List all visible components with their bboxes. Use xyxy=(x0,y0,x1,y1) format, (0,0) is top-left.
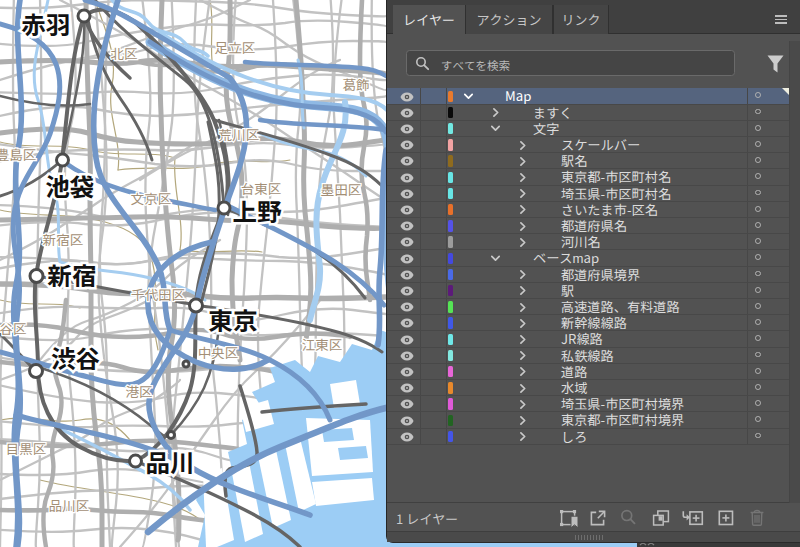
svg-text:港区: 港区 xyxy=(126,381,153,401)
svg-text:北区: 北区 xyxy=(111,43,138,63)
svg-text:目黒区: 目黒区 xyxy=(6,438,47,458)
svg-text:赤羽: 赤羽 xyxy=(22,6,71,41)
svg-text:新宿区: 新宿区 xyxy=(43,229,84,249)
svg-text:墨田区: 墨田区 xyxy=(321,179,362,199)
svg-text:東京: 東京 xyxy=(209,302,258,337)
svg-text:千代田区: 千代田区 xyxy=(131,284,185,304)
svg-text:荒川区: 荒川区 xyxy=(219,124,260,144)
svg-text:足立区: 足立区 xyxy=(215,37,256,57)
svg-text:江東区: 江東区 xyxy=(302,334,343,354)
svg-text:品川区: 品川区 xyxy=(49,495,90,515)
svg-text:新宿: 新宿 xyxy=(48,257,97,292)
svg-text:池袋: 池袋 xyxy=(46,168,95,203)
svg-text:上野: 上野 xyxy=(233,193,282,228)
svg-text:中央区: 中央区 xyxy=(198,342,239,362)
svg-text:文京区: 文京区 xyxy=(131,188,172,208)
svg-text:品川: 品川 xyxy=(146,444,195,479)
svg-text:葛飾: 葛飾 xyxy=(343,74,370,94)
svg-text:渋谷: 渋谷 xyxy=(51,340,100,375)
svg-text:豊島区: 豊島区 xyxy=(0,144,36,164)
svg-text:谷区: 谷区 xyxy=(0,318,27,338)
